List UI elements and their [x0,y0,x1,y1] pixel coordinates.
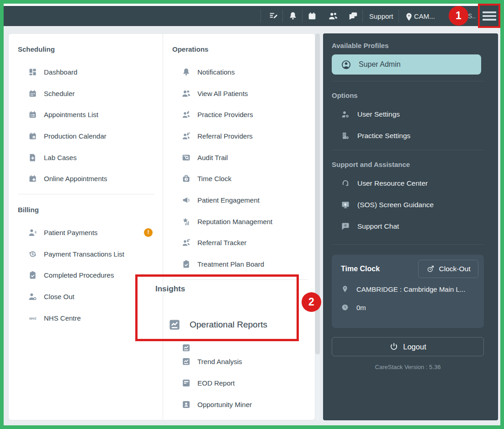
sidebar-item-sos-screen-guidance[interactable]: (SOS) Screen Guidance [332,194,489,215]
tasks-icon[interactable] [269,6,279,26]
building-gear-icon [341,131,350,140]
support-link[interactable]: Support [369,6,393,26]
star-chart-icon [181,217,191,226]
section-title-scheduling: Scheduling [18,45,163,54]
time-clock-duration: 0m [356,304,366,311]
menu-item-partially-hidden[interactable] [181,343,197,353]
time-clock-duration-row: 0m [341,303,478,311]
version-text: CareStack Version : 5.36 [332,364,484,370]
money-cycle-icon: $ [28,249,37,259]
menu-item-referral-tracker[interactable]: Referral Tracker [163,232,316,254]
people-arrow-icon [181,131,191,141]
clock-icon [341,303,349,311]
menu-scrollbar[interactable] [315,33,320,420]
options-title: Options [332,91,489,100]
topbar-separator [260,10,261,22]
person-square-icon [181,400,191,409]
hamburger-annotation-box [478,4,500,28]
menu-item-appointments-list[interactable]: Appointments List [9,104,163,125]
time-clock-location-row: CAMBRIDGE : Cambridge Main L... [341,285,478,293]
section-divider [18,194,154,194]
card-search-icon [181,153,191,162]
chart-square-icon [181,343,191,353]
menu-item-practice-providers[interactable]: Practice Providers [163,104,316,125]
menu-item-notifications[interactable]: Notifications [163,61,316,83]
person-gear-icon [341,110,350,119]
available-profiles-title: Available Profiles [332,42,489,50]
menu-item-referral-providers[interactable]: Referral Providers [163,125,316,147]
support-assistance-title: Support and Assistance [332,161,489,169]
chat-gear-icon [341,222,350,231]
hamburger-menu-icon[interactable] [483,11,496,21]
menu-item-eod-report[interactable]: EOD Report [181,377,235,388]
people-icon[interactable] [328,6,338,26]
bell-icon [181,67,191,77]
chart-square-icon [181,357,191,366]
calendar-list-icon [28,110,37,119]
menu-item-online-appointments[interactable]: Online Appointments [9,168,163,189]
menu-item-production-calendar[interactable]: Production Calendar [9,125,163,147]
svg-text:$: $ [32,252,34,256]
sidebar-divider [332,150,484,150]
user-label[interactable]: S.. [468,6,476,26]
profile-super-admin[interactable]: Super Admin [332,54,481,75]
bell-icon[interactable] [288,6,298,26]
calendar-icon[interactable] [307,6,317,26]
calendar-gear-icon [28,131,37,141]
menu-item-trend-analysis[interactable]: Trend Analysis [181,356,242,367]
menu-column-left: Scheduling Dashboard Scheduler Appointme… [9,34,163,420]
menu-item-time-clock[interactable]: Time Clock [163,168,316,189]
sidebar-item-user-settings[interactable]: User Settings [332,103,489,125]
section-title-billing: Billing [18,205,163,214]
logout-button[interactable]: Logout [332,337,484,356]
menu-item-scheduler[interactable]: Scheduler [9,83,163,104]
person-circle-icon [341,59,351,70]
headset-icon [341,179,350,188]
topbar-separator [398,10,399,22]
location-selector[interactable]: CAM... [414,6,435,26]
calendar-icon [28,89,37,98]
menu-item-audit-trail[interactable]: Audit Trail [163,147,316,168]
menu-item-payment-transactions-list[interactable]: $Payment Transactions List [9,243,163,265]
menu-item-patient-payments[interactable]: £Patient Payments! [9,222,163,243]
menu-item-dashboard[interactable]: Dashboard [9,61,163,83]
dashboard-icon [28,67,37,77]
sidebar-divider [332,244,484,245]
nhs-icon: NHS [28,313,37,323]
menu-item-reputation-management[interactable]: Reputation Management [163,211,316,232]
topbar-separator [362,10,363,22]
menu-item-lab-cases[interactable]: Lab Cases [9,147,163,168]
insights-annotation-box [135,274,299,341]
annotation-step-2: 2 [302,292,321,312]
sidebar-item-user-resource-center[interactable]: User Resource Center [332,172,489,194]
time-clock-title: Time Clock [341,265,380,273]
mega-menu-panel: Scheduling Dashboard Scheduler Appointme… [8,33,315,420]
megaphone-icon [181,195,191,205]
people-arrow-icon [181,238,191,247]
power-icon [389,342,398,351]
topbar-separator [302,10,302,22]
menu-column-middle: Operations Notifications View All Patien… [163,34,316,420]
clock-out-button[interactable]: Clock-Out [418,260,478,278]
monitor-cursor-icon [341,200,350,209]
location-pin-icon[interactable] [404,6,412,26]
sidebar-divider [332,81,484,81]
menu-item-view-all-patients[interactable]: View All Patients [163,83,316,104]
chat-icon[interactable] [348,6,358,26]
menu-item-patient-engagement[interactable]: Patient Engagement [163,189,316,211]
menu-item-opportunity-miner[interactable]: Opportunity Miner [181,399,252,410]
clipboard-check-icon [28,270,37,280]
person-x-icon [28,292,37,301]
sidebar-item-practice-settings[interactable]: Practice Settings [332,125,489,146]
sidebar-item-support-chat[interactable]: Support Chat [332,215,489,237]
app-window: Support CAM... S.. 1 Scheduling Dashboar… [0,0,504,429]
clipboard-check-icon [181,259,191,269]
svg-text:NHS: NHS [29,316,37,320]
topbar-separator [282,10,283,22]
people-star-icon [181,110,191,119]
menu-item-treatment-plan-board[interactable]: Treatment Plan Board [163,253,316,275]
box-clock-icon [181,174,191,183]
section-title-operations: Operations [172,45,316,54]
profile-sidebar: Available Profiles Super Admin Options U… [323,33,498,420]
person-pound-icon: £ [28,228,37,237]
